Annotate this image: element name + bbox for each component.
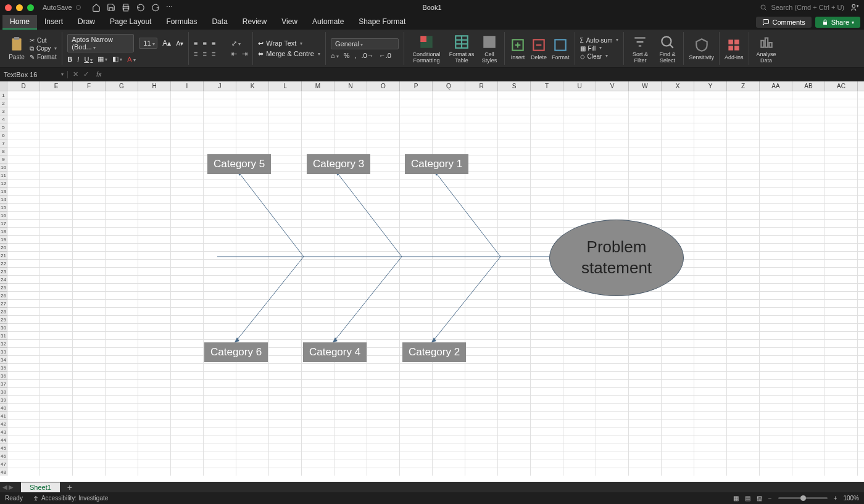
category-box-4[interactable]: Category 4 [303, 342, 367, 362]
zoom-slider[interactable] [778, 497, 828, 499]
number-format-dropdown[interactable]: General [331, 38, 399, 49]
tab-formulas[interactable]: Formulas [159, 15, 204, 30]
row-header-2[interactable]: 2 [0, 99, 7, 107]
tab-review[interactable]: Review [235, 15, 274, 30]
column-header-W[interactable]: W [629, 81, 662, 91]
category-box-5[interactable]: Category 5 [207, 154, 271, 174]
row-header-38[interactable]: 38 [0, 388, 7, 396]
tab-shape-format[interactable]: Shape Format [351, 15, 413, 30]
paste-button[interactable]: Paste [9, 36, 25, 60]
delete-cells-button[interactable]: Delete [531, 37, 547, 60]
align-right-icon[interactable]: ≡ [212, 50, 215, 57]
row-header-4[interactable]: 4 [0, 115, 7, 123]
zoom-out-button[interactable]: − [768, 495, 772, 502]
conditional-formatting-button[interactable]: Conditional Formatting [409, 34, 444, 64]
row-header-1[interactable]: 1 [0, 91, 7, 99]
row-header-3[interactable]: 3 [0, 107, 7, 115]
spreadsheet-grid[interactable]: 1234567891011121314151617181920212223242… [0, 91, 864, 476]
row-header-48[interactable]: 48 [0, 468, 7, 476]
fill-button[interactable]: ▦Fill [580, 45, 619, 52]
category-box-3[interactable]: Category 3 [307, 154, 370, 174]
align-left-icon[interactable]: ≡ [194, 50, 197, 57]
fill-color-button[interactable]: ◧ [112, 55, 122, 63]
find-select-button[interactable]: Find & Select [656, 34, 678, 64]
align-bottom-icon[interactable]: ≡ [212, 39, 215, 47]
autosum-button[interactable]: ΣAuto-sum [580, 37, 619, 44]
column-header-I[interactable]: I [171, 81, 204, 91]
italic-button[interactable]: I [77, 56, 79, 63]
format-as-table-button[interactable]: Format as Table [449, 34, 475, 64]
row-header-35[interactable]: 35 [0, 364, 7, 372]
row-header-26[interactable]: 26 [0, 292, 7, 300]
comments-button[interactable]: Comments [756, 17, 811, 28]
category-box-1[interactable]: Category 1 [405, 154, 468, 174]
sort-filter-button[interactable]: Sort & Filter [629, 34, 651, 64]
row-header-18[interactable]: 18 [0, 228, 7, 236]
row-header-31[interactable]: 31 [0, 332, 7, 340]
row-header-21[interactable]: 21 [0, 252, 7, 260]
add-sheet-button[interactable]: + [65, 483, 75, 492]
merge-centre-button[interactable]: ⬌Merge & Centre [258, 50, 320, 58]
row-header-43[interactable]: 43 [0, 428, 7, 436]
column-header-D[interactable]: D [7, 81, 40, 91]
row-header-46[interactable]: 46 [0, 452, 7, 460]
row-header-42[interactable]: 42 [0, 420, 7, 428]
row-header-22[interactable]: 22 [0, 260, 7, 268]
format-cells-button[interactable]: Format [552, 37, 570, 60]
font-family-dropdown[interactable]: Aptos Narrow (Bod... [67, 34, 134, 52]
column-header-F[interactable]: F [73, 81, 106, 91]
home-icon[interactable] [92, 3, 101, 12]
view-page-break-icon[interactable]: ▧ [757, 495, 762, 502]
column-header-J[interactable]: J [204, 81, 236, 91]
accept-formula-icon[interactable]: ✓ [83, 70, 89, 78]
tab-data[interactable]: Data [204, 15, 235, 30]
column-header-P[interactable]: P [400, 81, 433, 91]
category-box-2[interactable]: Category 2 [402, 342, 466, 362]
percent-icon[interactable]: % [344, 52, 350, 59]
addins-button[interactable]: Add-ins [725, 37, 744, 60]
row-header-40[interactable]: 40 [0, 404, 7, 412]
category-box-6[interactable]: Category 6 [204, 342, 268, 362]
name-box[interactable]: TextBox 16 ▾ [0, 71, 68, 78]
column-header-O[interactable]: O [367, 81, 400, 91]
undo-icon[interactable] [136, 3, 145, 12]
column-header-V[interactable]: V [596, 81, 629, 91]
column-header-U[interactable]: U [563, 81, 596, 91]
row-header-15[interactable]: 15 [0, 204, 7, 212]
row-header-29[interactable]: 29 [0, 316, 7, 324]
orientation-icon[interactable]: ⤢ [231, 39, 241, 48]
column-header-S[interactable]: S [498, 81, 531, 91]
view-normal-icon[interactable]: ▦ [733, 495, 739, 502]
column-header-M[interactable]: M [302, 81, 334, 91]
row-header-41[interactable]: 41 [0, 412, 7, 420]
share-people-icon[interactable] [850, 3, 859, 12]
comma-icon[interactable]: , [354, 52, 356, 59]
increase-indent-icon[interactable]: ⇥ [242, 50, 247, 58]
increase-font-icon[interactable]: A▴ [162, 39, 171, 48]
cancel-formula-icon[interactable]: ✕ [73, 70, 78, 78]
font-color-button[interactable]: A [127, 56, 135, 63]
bold-button[interactable]: B [67, 56, 72, 63]
column-header-K[interactable]: K [236, 81, 269, 91]
row-header-23[interactable]: 23 [0, 268, 7, 276]
row-header-14[interactable]: 14 [0, 196, 7, 204]
column-header-L[interactable]: L [269, 81, 302, 91]
format-painter-button[interactable]: ✎Format [30, 54, 57, 60]
column-header-AA[interactable]: AA [760, 81, 792, 91]
tab-view[interactable]: View [274, 15, 305, 30]
row-header-30[interactable]: 30 [0, 324, 7, 332]
row-header-11[interactable]: 11 [0, 171, 7, 180]
decrease-indent-icon[interactable]: ⇤ [231, 50, 237, 58]
share-button[interactable]: Share ▾ [815, 17, 860, 28]
autosave-toggle[interactable]: AutoSave [43, 4, 81, 11]
row-header-37[interactable]: 37 [0, 380, 7, 388]
font-size-dropdown[interactable]: 11 [139, 38, 157, 49]
row-header-10[interactable]: 10 [0, 163, 7, 171]
cell-styles-button[interactable]: Cell Styles [480, 34, 499, 64]
row-header-44[interactable]: 44 [0, 436, 7, 444]
column-header-E[interactable]: E [40, 81, 73, 91]
row-header-47[interactable]: 47 [0, 460, 7, 468]
row-header-16[interactable]: 16 [0, 212, 7, 220]
zoom-value[interactable]: 100% [843, 495, 859, 502]
select-all-triangle[interactable] [0, 81, 7, 91]
